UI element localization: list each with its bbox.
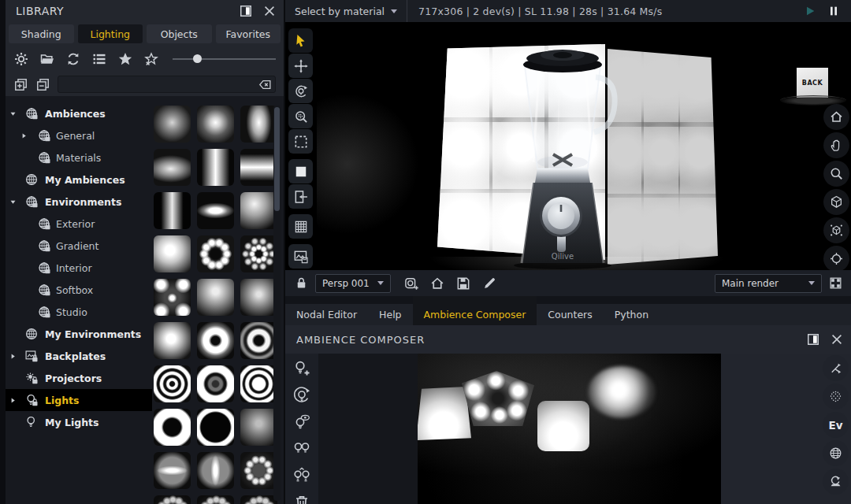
thumbnail-glow-vert[interactable] (240, 106, 277, 143)
camera-dropdown[interactable]: Persp 001 (315, 274, 391, 293)
caret-right-icon[interactable] (9, 397, 17, 404)
tree-item-my-ambiences[interactable]: My Ambiences (6, 169, 152, 191)
thumbnail-dots-x[interactable] (154, 279, 191, 316)
tree-item-projectors[interactable]: Projectors (6, 367, 152, 389)
grid-tool-button[interactable] (288, 214, 313, 239)
tree-item-gradient[interactable]: Gradient (6, 235, 152, 257)
thumbnail-ring-thin[interactable] (197, 409, 234, 446)
hand-button[interactable] (823, 132, 849, 158)
camera-add-icon[interactable] (403, 276, 419, 291)
list-view-icon[interactable] (91, 51, 107, 67)
tree-item-materials[interactable]: Materials (6, 146, 152, 169)
move-tool-button[interactable] (288, 54, 313, 78)
bulb-add-button[interactable] (292, 359, 311, 378)
tree-item-exterior[interactable]: Exterior (6, 213, 152, 235)
thumbnail-stripe-vert[interactable] (154, 192, 191, 229)
home-button[interactable] (823, 104, 849, 130)
lock-icon[interactable] (294, 276, 309, 291)
tree-item-lights[interactable]: Lights (6, 389, 152, 411)
thumbnail-glow-horiz[interactable] (154, 149, 191, 186)
select-mode-dropdown[interactable]: Select by material (285, 0, 407, 22)
trash-button[interactable] (292, 493, 311, 504)
thumbnail-dots-disc[interactable] (240, 495, 277, 504)
image-save-tool-button[interactable] (288, 244, 313, 269)
play-icon[interactable] (804, 5, 816, 17)
tree-item-general[interactable]: General (6, 124, 152, 146)
panel-tab-ambience-composer[interactable]: Ambience Composer (413, 304, 537, 325)
tree-item-my-lights[interactable]: My Lights (6, 411, 152, 433)
caret-down-icon[interactable] (9, 110, 17, 117)
cube-spin-button[interactable] (823, 217, 849, 243)
bulb-duplicate-button[interactable] (292, 439, 311, 458)
tree-item-ambiences[interactable]: Ambiences (6, 102, 152, 124)
thumbnail-sphere-bright[interactable] (154, 322, 191, 359)
home-icon[interactable] (429, 276, 445, 291)
bulb-rotate-button[interactable] (292, 386, 311, 405)
search-input[interactable] (61, 78, 258, 91)
target-button[interactable] (823, 246, 849, 270)
orbit-light-tool-button[interactable] (288, 79, 313, 103)
pencil-icon[interactable] (481, 276, 497, 291)
tab-favorites[interactable]: Favorites (216, 24, 281, 43)
thumbnail-donut-rim[interactable] (240, 322, 277, 359)
thumbnail-glow-dim[interactable] (154, 106, 191, 143)
light-thumbnail-4[interactable] (588, 366, 656, 418)
thumbnail-bullseye[interactable] (154, 365, 191, 402)
white-square-tool-button[interactable] (288, 159, 313, 183)
star-icon[interactable] (117, 51, 133, 67)
thumbnail-glow-big[interactable] (154, 235, 191, 272)
thumbnail-sphere-dim[interactable] (240, 409, 277, 446)
marquee-tool-button[interactable] (288, 129, 313, 154)
thumbnail-sphere-dotring[interactable] (240, 452, 277, 489)
panel-tab-nodal-editor[interactable]: Nodal Editor (285, 304, 368, 325)
tree-item-interior[interactable]: Interior (6, 257, 152, 279)
thumbnail-ring-thick[interactable] (197, 365, 234, 402)
scrollbar-thumb[interactable] (274, 107, 280, 211)
magnifier-button[interactable] (823, 161, 849, 187)
light-thumbnail-1[interactable] (418, 387, 471, 440)
restore-icon[interactable] (805, 332, 821, 347)
folder-open-icon[interactable] (39, 51, 55, 67)
bulb-pair-button[interactable] (292, 466, 311, 485)
thumbnail-sphere-top[interactable] (197, 279, 234, 316)
panel-tab-help[interactable]: Help (368, 304, 413, 325)
tree-item-softbox[interactable]: Softbox (6, 279, 152, 301)
ev-button[interactable]: Ev (823, 412, 849, 438)
tab-objects[interactable]: Objects (147, 24, 212, 43)
bulb-eye-button[interactable] (292, 413, 311, 432)
thumbnail-dot-ring[interactable] (197, 235, 234, 272)
thumbnail-sphere-soft[interactable] (240, 279, 277, 316)
caret-right-icon[interactable] (9, 353, 17, 360)
thumbnail-glow-corner[interactable] (240, 192, 277, 229)
tree-item-my-environments[interactable]: My Environments (6, 323, 152, 345)
caret-down-icon[interactable] (9, 198, 17, 206)
composer-viewport[interactable] (418, 354, 721, 504)
slider-knob[interactable] (193, 54, 202, 63)
thumbnail-sphere-hband[interactable] (154, 452, 191, 489)
thumbnail-bar-horiz[interactable] (240, 149, 277, 186)
tree-item-studio[interactable]: Studio (6, 301, 152, 323)
bake-button[interactable] (823, 469, 849, 495)
light-thumbnail-3[interactable] (537, 401, 589, 451)
thumbnail-disc-rings[interactable] (240, 365, 277, 402)
exit-door-tool-button[interactable] (288, 184, 313, 209)
tab-shading[interactable]: Shading (9, 24, 74, 43)
thumbnail-dots-rings[interactable] (197, 495, 234, 504)
dot-sphere-button[interactable] (823, 384, 849, 410)
thumbnail-ellipse-horiz[interactable] (197, 192, 234, 229)
cube-button[interactable] (823, 189, 849, 215)
expand-all-icon[interactable] (13, 77, 28, 92)
thumbnail-dots-arc[interactable] (154, 495, 191, 504)
thumbnail-donut[interactable] (197, 322, 234, 359)
gear-icon[interactable] (13, 51, 29, 67)
zoom-region-tool-button[interactable] (288, 104, 313, 128)
tree-item-backplates[interactable]: Backplates (6, 345, 152, 367)
caret-right-icon[interactable] (20, 132, 28, 139)
collapse-all-icon[interactable] (35, 77, 50, 92)
star-remove-icon[interactable] (143, 51, 159, 67)
render-viewport[interactable]: Qilive BACK (285, 22, 851, 270)
backspace-icon[interactable] (258, 78, 272, 91)
thumbnail-bar-vert[interactable] (197, 149, 234, 186)
panel-tab-counters[interactable]: Counters (537, 304, 603, 325)
tree-item-environments[interactable]: Environments (6, 191, 152, 213)
